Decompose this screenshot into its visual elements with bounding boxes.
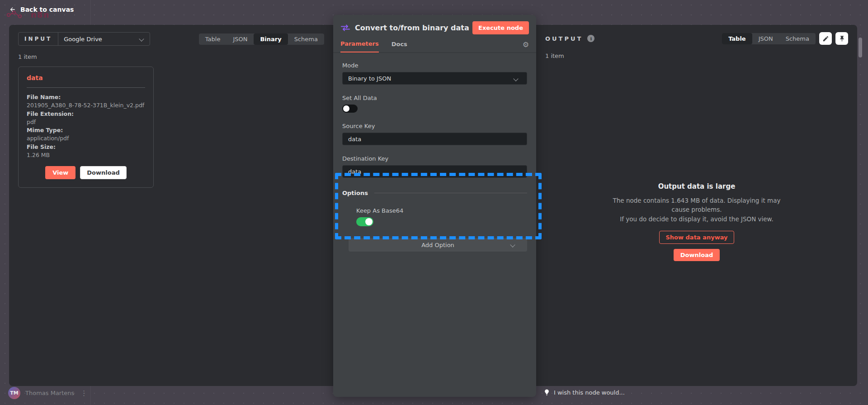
user-area: TM Thomas Martens ⋮	[8, 387, 87, 399]
output-panel: OUTPUT Table JSON Schema 1 item Output d…	[536, 25, 857, 386]
execute-node-button[interactable]: Execute node	[472, 21, 529, 34]
chevron-down-icon	[510, 242, 515, 247]
input-tab-binary[interactable]: Binary	[254, 33, 288, 45]
mode-group: Mode Binary to JSON	[342, 62, 527, 85]
node-title: Convert to/from binary data	[355, 24, 472, 32]
info-icon[interactable]	[587, 35, 594, 42]
feedback-text: I wish this node would...	[554, 389, 625, 396]
set-all-data-group: Set All Data	[342, 95, 527, 113]
set-all-data-toggle[interactable]	[342, 105, 358, 113]
input-tab-table[interactable]: Table	[199, 33, 227, 45]
download-file-button[interactable]: Download	[80, 166, 126, 179]
output-items-count: 1 item	[545, 52, 857, 59]
file-extension-label: File Extension:	[27, 110, 145, 118]
output-title-group: OUTPUT	[545, 35, 594, 42]
lightbulb-icon	[544, 389, 550, 396]
kebab-menu-icon[interactable]: ⋮	[80, 389, 87, 397]
toggle-knob	[343, 105, 349, 112]
user-name: Thomas Martens	[25, 390, 74, 396]
options-label: Options	[342, 190, 368, 196]
output-tab-table[interactable]: Table	[722, 33, 752, 44]
output-panel-header: OUTPUT Table JSON Schema	[536, 25, 857, 45]
output-controls: Table JSON Schema	[722, 32, 848, 45]
options-section-header: Options	[342, 190, 527, 196]
card-divider	[27, 87, 145, 88]
show-data-anyway-button[interactable]: Show data anyway	[659, 231, 734, 244]
mode-value: Binary to JSON	[348, 75, 391, 82]
pin-icon	[839, 35, 845, 42]
keep-as-base64-toggle[interactable]	[356, 217, 373, 226]
file-extension-value: pdf	[27, 118, 145, 126]
output-tab-json[interactable]: JSON	[752, 33, 779, 44]
add-option-label: Add Option	[421, 242, 454, 248]
set-all-data-label: Set All Data	[342, 95, 527, 101]
tab-parameters[interactable]: Parameters	[340, 40, 379, 52]
keep-as-base64-label: Keep As Base64	[356, 207, 527, 214]
mode-label: Mode	[342, 62, 527, 69]
source-key-group: Source Key	[342, 123, 527, 145]
input-tab-schema[interactable]: Schema	[288, 33, 324, 45]
node-tabbar: Parameters Docs ⚙	[333, 40, 536, 53]
destination-key-input[interactable]	[348, 168, 521, 175]
input-source-value: Google Drive	[58, 36, 140, 43]
mime-type-value: application/pdf	[27, 134, 145, 143]
swap-arrows-icon	[340, 24, 350, 31]
output-large-data-message: Output data is large The node contains 1…	[536, 182, 857, 261]
output-label: OUTPUT	[545, 35, 583, 42]
output-tab-schema[interactable]: Schema	[779, 33, 816, 44]
binary-data-card: data File Name: 201905_A380_8-78-52-371B…	[18, 67, 154, 188]
mime-type-label: Mime Type:	[27, 126, 145, 134]
mode-select[interactable]: Binary to JSON	[342, 72, 527, 85]
source-key-label: Source Key	[342, 123, 527, 129]
file-name-value: 201905_A380_8-78-52-371B_klein_v2.pdf	[27, 101, 145, 110]
node-header: Convert to/from binary data Execute node	[333, 15, 536, 34]
output-message-title: Output data is large	[536, 182, 857, 191]
destination-key-group: Destination Key	[342, 155, 527, 178]
pencil-icon	[822, 35, 829, 42]
input-items-count: 1 item	[18, 53, 333, 60]
input-tab-json[interactable]: JSON	[226, 33, 254, 45]
scrollbar-thumb[interactable]	[859, 38, 862, 57]
download-output-button[interactable]: Download	[674, 249, 720, 261]
file-meta-list: File Name: 201905_A380_8-78-52-371B_klei…	[27, 93, 145, 159]
node-settings-panel: Convert to/from binary data Execute node…	[333, 15, 536, 397]
node-parameters: Mode Binary to JSON Set All Data Source …	[333, 53, 536, 261]
card-actions: View Download	[27, 166, 145, 179]
output-view-tabs: Table JSON Schema	[722, 33, 816, 44]
input-view-tabs: Table JSON Binary Schema	[199, 33, 324, 45]
input-label: INPUT	[19, 33, 58, 45]
source-key-field	[342, 133, 527, 145]
toggle-knob	[365, 218, 373, 225]
file-size-label: File Size:	[27, 143, 145, 151]
view-button[interactable]: View	[45, 166, 75, 179]
file-name-label: File Name:	[27, 93, 145, 101]
options-divider	[374, 193, 527, 193]
output-message-line2: If you do decide to display it, avoid th…	[613, 214, 781, 224]
add-option-dropdown[interactable]: Add Option	[349, 238, 527, 252]
chevron-down-icon	[139, 36, 144, 41]
binary-key-title: data	[27, 74, 145, 81]
node-feedback-link[interactable]: I wish this node would...	[544, 389, 625, 396]
edit-output-button[interactable]	[819, 32, 832, 45]
chevron-down-icon	[513, 76, 518, 81]
gear-icon[interactable]: ⚙	[523, 40, 529, 52]
pin-data-button[interactable]	[835, 32, 848, 45]
avatar[interactable]: TM	[8, 387, 20, 399]
arrow-left-icon	[9, 6, 16, 13]
source-key-input[interactable]	[348, 136, 521, 143]
back-to-canvas-button[interactable]: Back to canvas	[9, 6, 74, 13]
output-message-line1: The node contains 1.643 MB of data. Disp…	[613, 196, 781, 214]
input-panel-header: INPUT Google Drive Table JSON Binary Sch…	[9, 25, 333, 46]
destination-key-field	[342, 165, 527, 178]
back-to-canvas-label: Back to canvas	[20, 6, 74, 13]
destination-key-label: Destination Key	[342, 155, 527, 162]
input-panel: INPUT Google Drive Table JSON Binary Sch…	[9, 25, 333, 386]
tab-docs[interactable]: Docs	[392, 41, 407, 52]
file-size-value: 1.26 MB	[27, 151, 145, 159]
keep-as-base64-group: Keep As Base64	[356, 207, 527, 226]
input-source-select[interactable]: INPUT Google Drive	[18, 32, 150, 46]
